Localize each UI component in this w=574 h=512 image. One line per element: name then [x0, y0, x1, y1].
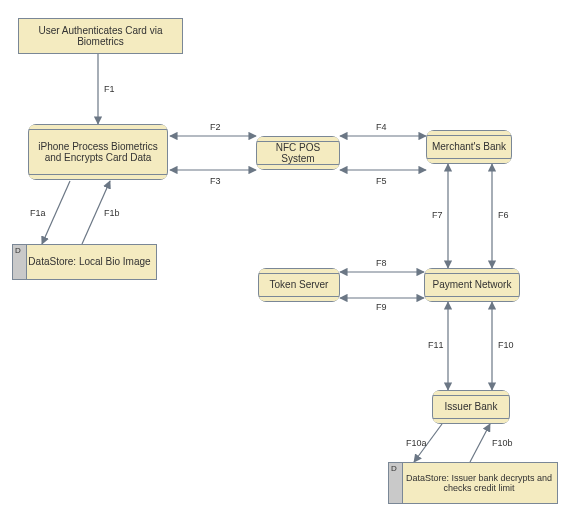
- entity-label: User Authenticates Card via Biometrics: [23, 25, 178, 48]
- edge-label-f10: F10: [498, 340, 514, 350]
- edge-label-f1b: F1b: [104, 208, 120, 218]
- svg-line-14: [470, 424, 490, 462]
- edge-label-f9: F9: [376, 302, 387, 312]
- process-label: Payment Network: [433, 279, 512, 291]
- edge-label-f8: F8: [376, 258, 387, 268]
- process-label: Token Server: [270, 279, 329, 291]
- edge-label-f3: F3: [210, 176, 221, 186]
- process-label: iPhone Process Biometrics and Encrypts C…: [33, 141, 163, 164]
- process-payment-network: Payment Network: [424, 268, 520, 302]
- process-issuer-bank: Issuer Bank: [432, 390, 510, 424]
- datastore-local-bio: D DataStore: Local Bio Image: [12, 244, 157, 280]
- edge-label-f10a: F10a: [406, 438, 427, 448]
- process-label: NFC POS System: [261, 142, 335, 165]
- edge-label-f7: F7: [432, 210, 443, 220]
- process-nfc-pos: NFC POS System: [256, 136, 340, 170]
- datastore-label: DataStore: Local Bio Image: [28, 256, 150, 268]
- edge-label-f11: F11: [428, 340, 444, 350]
- edge-label-f5: F5: [376, 176, 387, 186]
- process-merchant-bank: Merchant's Bank: [426, 130, 512, 164]
- datastore-label: DataStore: Issuer bank decrypts and chec…: [405, 473, 553, 494]
- datastore-issuer: D DataStore: Issuer bank decrypts and ch…: [388, 462, 558, 504]
- edge-label-f6: F6: [498, 210, 509, 220]
- edge-label-f10b: F10b: [492, 438, 513, 448]
- datastore-tag: D: [15, 246, 21, 255]
- datastore-tag: D: [391, 464, 397, 473]
- edge-label-f1a: F1a: [30, 208, 46, 218]
- entity-user-auth: User Authenticates Card via Biometrics: [18, 18, 183, 54]
- edge-label-f1: F1: [104, 84, 115, 94]
- process-token-server: Token Server: [258, 268, 340, 302]
- edge-label-f2: F2: [210, 122, 221, 132]
- process-iphone: iPhone Process Biometrics and Encrypts C…: [28, 124, 168, 180]
- diagram-canvas: User Authenticates Card via Biometrics i…: [0, 0, 574, 512]
- process-label: Issuer Bank: [445, 401, 498, 413]
- process-label: Merchant's Bank: [432, 141, 506, 153]
- edge-label-f4: F4: [376, 122, 387, 132]
- svg-line-1: [42, 181, 70, 244]
